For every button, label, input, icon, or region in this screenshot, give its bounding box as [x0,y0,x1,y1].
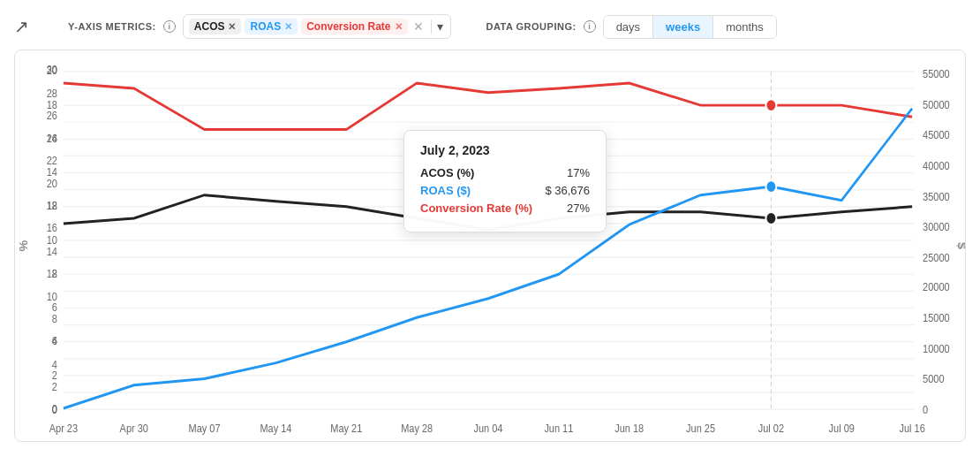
svg-text:Apr 30: Apr 30 [120,422,149,436]
svg-text:May 14: May 14 [260,422,291,436]
svg-text:35000: 35000 [923,190,950,203]
svg-text:8: 8 [52,312,57,325]
tags-container: ACOS ✕ ROAS ✕ Conversion Rate ✕ ✕ ▾ [183,14,451,39]
svg-text:5000: 5000 [923,372,945,385]
data-grouping-info-icon[interactable]: i [584,20,596,33]
svg-text:50000: 50000 [923,98,950,111]
svg-text:45000: 45000 [923,128,950,141]
svg-text:Jun 11: Jun 11 [544,422,573,436]
svg-text:Jun 25: Jun 25 [686,422,715,436]
svg-text:22: 22 [47,154,57,167]
svg-text:55000: 55000 [923,67,950,80]
svg-text:10000: 10000 [923,342,950,355]
svg-text:12: 12 [47,267,57,280]
tag-roas[interactable]: ROAS ✕ [245,19,298,34]
svg-text:25000: 25000 [923,251,950,264]
svg-text:20000: 20000 [923,280,950,293]
grouping-weeks-button[interactable]: weeks [653,16,713,38]
main-container: ↗︎ Y-AXIS METRICS: i ACOS ✕ ROAS ✕ Conve… [0,0,980,449]
toolbar: ↗︎ Y-AXIS METRICS: i ACOS ✕ ROAS ✕ Conve… [14,14,966,39]
tag-roas-close[interactable]: ✕ [284,21,292,33]
tag-conversion-close[interactable]: ✕ [395,21,403,33]
grouping-buttons: days weeks months [603,15,777,39]
svg-text:May 07: May 07 [189,422,221,436]
svg-text:4: 4 [52,358,57,371]
data-grouping-label: DATA GROUPING: [486,21,577,32]
svg-text:18: 18 [47,199,57,212]
svg-text:2: 2 [52,380,57,393]
svg-text:%: % [18,240,30,251]
grouping-days-button[interactable]: days [604,16,653,38]
svg-text:20: 20 [47,177,57,190]
svg-text:May 28: May 28 [401,422,433,436]
svg-text:26: 26 [47,109,57,122]
tag-roas-label: ROAS [250,20,281,33]
svg-text:0: 0 [52,403,57,416]
svg-text:$: $ [955,242,965,250]
svg-text:10: 10 [47,290,57,303]
svg-point-78 [765,212,776,224]
data-grouping-section: DATA GROUPING: i days weeks months [486,15,777,39]
svg-text:14: 14 [47,245,57,258]
tag-acos-label: ACOS [194,20,225,33]
svg-text:Jun 18: Jun 18 [614,422,644,436]
svg-text:6: 6 [52,334,57,347]
tag-acos-close[interactable]: ✕ [228,21,236,33]
tags-dropdown-arrow[interactable]: ▾ [431,19,445,34]
svg-text:Jul 16: Jul 16 [899,422,925,436]
svg-text:30000: 30000 [923,220,950,233]
svg-text:30: 30 [47,63,57,76]
svg-point-76 [765,99,776,111]
grouping-months-button[interactable]: months [713,16,776,38]
svg-text:24: 24 [47,132,57,145]
y-axis-info-icon[interactable]: i [163,20,176,33]
y-axis-section: Y-AXIS METRICS: i ACOS ✕ ROAS ✕ Conversi… [68,14,451,39]
chart-area[interactable]: .grid-line { stroke: #f0f0f0; stroke-wid… [14,49,966,442]
chart-svg: .grid-line { stroke: #f0f0f0; stroke-wid… [15,50,965,441]
svg-text:May 21: May 21 [330,422,362,436]
svg-text:Jul 02: Jul 02 [758,422,785,436]
svg-point-77 [765,180,776,193]
y-axis-label: Y-AXIS METRICS: [68,21,156,32]
svg-text:40000: 40000 [923,159,950,172]
svg-text:Apr 23: Apr 23 [49,422,79,436]
chart-icon: ↗︎ [14,16,29,37]
svg-text:0: 0 [923,403,928,416]
tags-clear-button[interactable]: ✕ [411,19,426,34]
svg-text:Jul 09: Jul 09 [829,422,856,436]
svg-text:28: 28 [47,87,57,100]
tag-conversion-label: Conversion Rate [306,20,390,33]
svg-text:15000: 15000 [923,311,950,324]
tag-acos[interactable]: ACOS ✕ [189,19,242,34]
tag-conversion[interactable]: Conversion Rate ✕ [301,19,407,34]
svg-text:16: 16 [47,222,57,235]
svg-text:Jun 04: Jun 04 [474,422,503,436]
